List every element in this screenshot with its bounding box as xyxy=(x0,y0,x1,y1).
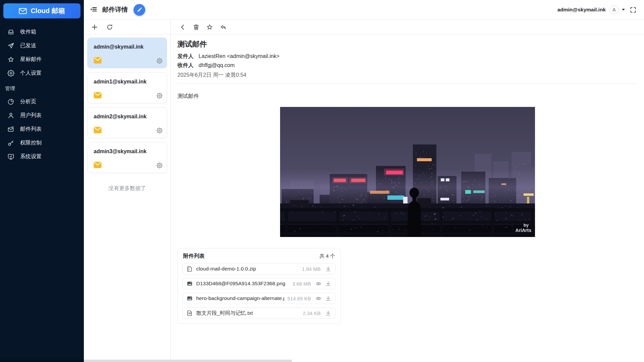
add-account-icon[interactable] xyxy=(91,24,98,31)
star-icon xyxy=(7,56,14,63)
star-icon[interactable] xyxy=(206,24,213,31)
account-card-email: admin2@skymail.ink xyxy=(94,114,147,120)
attachment-row[interactable]: D133D468@F095A914.353F2368.png 3.68 MB xyxy=(182,278,336,289)
folder-envelope-icon xyxy=(94,92,102,99)
header-account-email[interactable]: admin@skymail.ink xyxy=(557,7,606,13)
to-value: dhffgj@qq.com xyxy=(199,62,235,69)
sidebar-item-key[interactable]: 权限控制 xyxy=(0,136,84,150)
download-icon[interactable] xyxy=(325,281,331,287)
envelope-logo-icon xyxy=(19,8,27,14)
compose-button[interactable] xyxy=(133,4,145,16)
from-label: 发件人 xyxy=(177,53,194,60)
attachment-size: 514.65 KB xyxy=(287,296,311,301)
to-label: 收件人 xyxy=(177,62,194,69)
sidebar-item-mail-list[interactable]: 邮件列表 xyxy=(0,122,84,136)
attachment-rows: cloud-mail-demo-1.0.0.zip 1.84 MB D133D4… xyxy=(182,263,336,319)
mail-body-text: 测试邮件 xyxy=(177,93,637,100)
sidebar: Cloud 邮箱 收件箱 已发送 星标邮件 个人设置 管理 分析页 用户列表 邮… xyxy=(0,0,84,362)
pencil-icon xyxy=(137,7,142,13)
attachment-panel: 附件列表 共 4 个 cloud-mail-demo-1.0.0.zip 1.8… xyxy=(177,248,341,324)
attachment-name: 散文片段_时间与记忆.txt xyxy=(196,310,300,317)
account-card[interactable]: admin3@skymail.ink xyxy=(87,142,167,173)
sidebar-item-label: 邮件列表 xyxy=(20,126,42,133)
account-card-email: admin1@skymail.ink xyxy=(94,79,147,85)
account-card[interactable]: admin@skymail.ink xyxy=(87,38,167,68)
attachment-name: D133D468@F095A914.353F2368.png xyxy=(196,281,289,287)
inbox-icon xyxy=(7,28,14,36)
pie-icon xyxy=(7,98,14,105)
attachment-size: 3.68 MB xyxy=(292,281,311,287)
account-card-email: admin@skymail.ink xyxy=(94,44,144,50)
mail-date: 2025年6月2日 周一 凌晨0:54 xyxy=(177,72,637,78)
sidebar-item-label: 权限控制 xyxy=(20,139,42,146)
account-settings-gear-icon[interactable] xyxy=(157,93,162,99)
divider xyxy=(177,83,637,84)
text-file-icon xyxy=(186,310,193,316)
sidebar-fold-icon[interactable] xyxy=(90,6,97,13)
sidebar-section-label: 管理 xyxy=(0,80,84,95)
folder-envelope-icon xyxy=(94,57,102,64)
attachment-size: 2.34 KB xyxy=(303,310,321,316)
download-icon[interactable] xyxy=(325,295,331,302)
sidebar-item-label: 星标邮件 xyxy=(20,56,42,63)
gear-icon xyxy=(7,70,14,77)
preview-eye-icon[interactable] xyxy=(315,295,322,302)
account-card[interactable]: admin2@skymail.ink xyxy=(87,107,167,138)
sidebar-item-gear[interactable]: 个人设置 xyxy=(0,66,84,80)
account-list-column: admin@skymail.ink admin1@skymail.ink adm… xyxy=(84,20,171,362)
preview-eye-icon[interactable] xyxy=(315,281,322,287)
attachment-row[interactable]: hero-background-campaign-alternate.png 5… xyxy=(182,293,336,304)
attachment-row[interactable]: 散文片段_时间与记忆.txt 2.34 KB xyxy=(182,307,336,319)
account-card[interactable]: admin1@skymail.ink xyxy=(87,72,167,103)
account-settings-gear-icon[interactable] xyxy=(157,58,162,64)
attachment-size: 1.84 MB xyxy=(302,266,321,272)
image-file-icon xyxy=(186,295,193,302)
sidebar-item-inbox[interactable]: 收件箱 xyxy=(0,25,84,39)
attachment-count: 共 4 个 xyxy=(319,253,335,259)
app-logo-text: Cloud 邮箱 xyxy=(31,6,65,15)
fullscreen-icon[interactable] xyxy=(630,7,636,13)
account-settings-gear-icon[interactable] xyxy=(157,128,162,133)
delete-trash-icon[interactable] xyxy=(193,24,200,31)
sidebar-item-user[interactable]: 用户列表 xyxy=(0,109,84,122)
refresh-icon[interactable] xyxy=(106,24,113,31)
mail-list-icon xyxy=(7,126,14,133)
mail-subject: 测试邮件 xyxy=(177,40,637,49)
user-icon xyxy=(7,112,14,119)
email-embedded-image[interactable]: by AriArts xyxy=(280,107,535,237)
sidebar-item-pie[interactable]: 分析页 xyxy=(0,95,84,109)
send-icon xyxy=(7,42,14,49)
page-title: 邮件详情 xyxy=(102,5,128,14)
sidebar-item-label: 系统设置 xyxy=(20,153,42,160)
reply-icon[interactable] xyxy=(220,24,226,31)
account-card-email: admin3@skymail.ink xyxy=(94,148,147,155)
back-icon[interactable] xyxy=(179,24,186,31)
folder-envelope-icon xyxy=(94,162,102,168)
mail-detail-body: 测试邮件 发件人 LaziestRen <admin@skymail.ink> … xyxy=(171,35,644,362)
download-icon[interactable] xyxy=(325,310,331,316)
app-logo-button[interactable]: Cloud 邮箱 xyxy=(3,3,80,18)
download-icon[interactable] xyxy=(325,266,331,272)
image-file-icon xyxy=(186,281,193,287)
account-list-toolbar xyxy=(84,20,170,35)
mail-detail-column: 测试邮件 发件人 LaziestRen <admin@skymail.ink> … xyxy=(171,20,644,362)
account-cards: admin@skymail.ink admin1@skymail.ink adm… xyxy=(84,35,170,177)
sidebar-nav-admin: 分析页 用户列表 邮件列表 权限控制 系统设置 xyxy=(0,95,84,164)
sidebar-item-label: 用户列表 xyxy=(20,112,42,119)
folder-envelope-icon xyxy=(94,127,102,133)
account-settings-gear-icon[interactable] xyxy=(157,163,162,168)
sidebar-item-star[interactable]: 星标邮件 xyxy=(0,53,84,66)
attachment-name: cloud-mail-demo-1.0.0.zip xyxy=(196,266,299,272)
chevron-down-icon[interactable] xyxy=(622,8,625,11)
sidebar-item-label: 已发送 xyxy=(20,42,36,49)
attachment-row[interactable]: cloud-mail-demo-1.0.0.zip 1.84 MB xyxy=(182,263,336,275)
sidebar-item-label: 收件箱 xyxy=(20,28,36,36)
sidebar-item-monitor[interactable]: 系统设置 xyxy=(0,150,84,164)
image-watermark-artist: AriArts xyxy=(515,228,531,233)
monitor-icon xyxy=(7,153,14,160)
sidebar-item-label: 个人设置 xyxy=(20,70,42,77)
key-icon xyxy=(7,139,14,146)
attachment-name: hero-background-campaign-alternate.png xyxy=(196,295,284,301)
sidebar-item-send[interactable]: 已发送 xyxy=(0,39,84,53)
avatar[interactable]: A xyxy=(609,5,619,14)
